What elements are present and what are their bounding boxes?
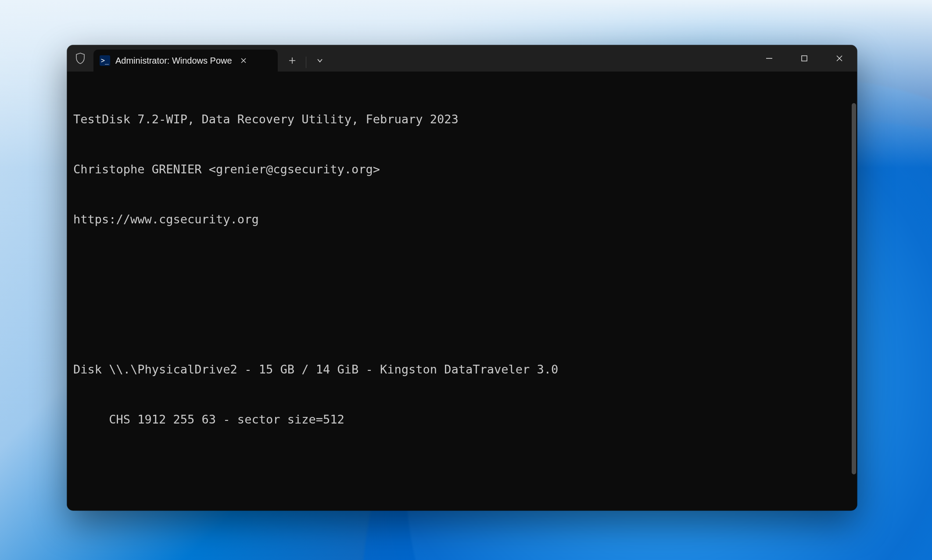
scrollbar-thumb[interactable] bbox=[852, 103, 856, 474]
scrollbar[interactable] bbox=[852, 103, 856, 507]
header-line: Christophe GRENIER <grenier@cgsecurity.o… bbox=[73, 161, 853, 178]
close-window-button[interactable] bbox=[822, 45, 857, 72]
minimize-button[interactable] bbox=[752, 45, 787, 72]
header-line: https://www.cgsecurity.org bbox=[73, 211, 853, 228]
blank-line bbox=[73, 461, 853, 478]
powershell-icon: >_ bbox=[100, 55, 110, 66]
chs-line: CHS 1912 255 63 - sector size=512 bbox=[73, 411, 853, 428]
new-tab-button[interactable] bbox=[281, 52, 303, 69]
terminal-viewport[interactable]: TestDisk 7.2-WIP, Data Recovery Utility,… bbox=[67, 72, 857, 510]
disk-line: Disk \\.\PhysicalDrive2 - 15 GB / 14 GiB… bbox=[73, 361, 853, 378]
maximize-button[interactable] bbox=[787, 45, 822, 72]
tab-active[interactable]: >_ Administrator: Windows Powe bbox=[93, 50, 278, 72]
separator bbox=[306, 57, 306, 68]
blank-line bbox=[73, 311, 853, 328]
tab-title: Administrator: Windows Powe bbox=[115, 56, 232, 66]
tab-dropdown-button[interactable] bbox=[309, 52, 331, 69]
header-line: TestDisk 7.2-WIP, Data Recovery Utility,… bbox=[73, 111, 853, 128]
terminal-window: >_ Administrator: Windows Powe bbox=[67, 45, 857, 510]
tab-close-button[interactable] bbox=[237, 54, 250, 67]
blank-line bbox=[73, 261, 853, 278]
titlebar: >_ Administrator: Windows Powe bbox=[67, 45, 857, 72]
shield-icon bbox=[67, 45, 93, 72]
svg-rect-0 bbox=[802, 56, 807, 61]
